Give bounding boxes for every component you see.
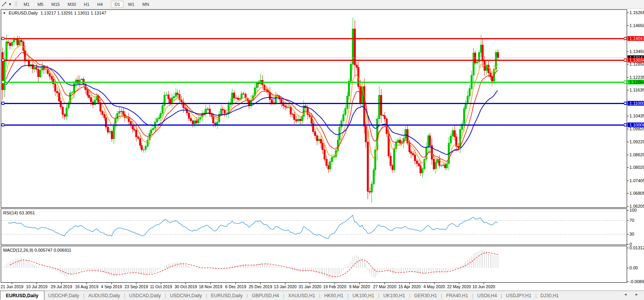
candle-body [87,90,88,95]
tab-usdchf-daily[interactable]: USDCHF,Daily [44,291,83,300]
price-tick-label: 1.08020 [629,165,644,170]
tab-usdjpy-h1[interactable]: USDJPY,H1 [502,291,535,300]
hline-drag-handle[interactable] [624,37,627,40]
price-tick-label: 1.10435 [629,113,644,118]
candle-body [428,136,429,148]
tab-usoil-h4[interactable]: USOil,H4 [473,291,501,300]
date-tick-label: 31 Jan 2020 [299,284,322,289]
macd-panel[interactable] [1,246,627,283]
date-tick-label: 29 Jul 2019 [51,284,72,289]
candle-body [497,52,499,58]
tab-uk100-h1[interactable]: UK100,H1 [349,291,378,300]
candle-body [482,45,484,61]
candle-body [83,79,85,84]
date-tick-label: 13 Jan 2020 [274,284,297,289]
tabs-scroll-left-icon[interactable]: ◂ [624,292,631,296]
candle-body [79,80,81,84]
candle-body [465,104,467,109]
candle-body [64,115,66,117]
hline-drag-handle[interactable] [2,37,4,40]
candle-body [401,143,403,144]
price-tick-label: 1.06805 [629,191,644,196]
candle-body [102,112,103,115]
candle-body [316,136,318,141]
candle-body [298,119,299,121]
hline-price-text: 1.14047 [629,36,644,41]
tab-gbpusd-h4[interactable]: GBPUSD,H4 [248,291,283,300]
candle-body [188,113,190,119]
hline-drag-handle[interactable] [2,102,4,104]
candle-body [373,170,375,184]
hline-drag-handle[interactable] [2,124,4,126]
tab-audusd-daily[interactable]: AUDUSD,Daily [85,291,124,300]
candle-body [285,106,286,107]
candle-body [239,99,241,100]
candle-body [454,130,456,137]
main-chart-panel[interactable] [1,10,627,208]
candle-body [452,130,454,136]
rsi-panel[interactable] [1,209,627,245]
tab-usdcad-daily[interactable]: USDCAD,Daily [125,291,165,300]
candle-body [88,95,90,97]
candle-body [134,129,135,130]
candle-body [446,163,448,168]
candle-body [221,109,222,114]
tab-usdcnh-daily[interactable]: USDCNH,Daily [166,291,206,300]
hline-drag-handle[interactable] [624,59,627,61]
candle-body [341,121,342,127]
candle-body [333,157,335,157]
candle-body [190,119,192,121]
hline-drag-handle[interactable] [624,81,627,83]
candle-body [19,40,20,45]
candle-body [480,45,482,52]
hline-drag-handle[interactable] [624,102,627,104]
candle-body [441,165,442,166]
date-tick-label: 4 Sep 2019 [101,284,122,289]
collapse-arrow-icon[interactable]: ▼ [3,11,6,15]
tab-ger30-h1[interactable]: GER30,H1 [410,291,441,300]
candle-body [169,99,171,103]
hline-drag-handle[interactable] [624,124,627,126]
price-tick-label: 1.09820 [629,126,644,131]
tab-fra40-h1[interactable]: FRA40,H1 [442,291,472,300]
tab-hk50-h1[interactable]: HK50,H1 [320,291,348,300]
tabs-scroll-right-icon[interactable]: ▸ [635,292,642,296]
price-tick-label: 1.14650 [629,23,644,28]
candle-body [17,40,18,45]
candle-body [469,89,471,96]
rsi-indicator-label: RSI(14) 63.3051 [3,210,35,215]
hline-drag-handle[interactable] [2,59,4,61]
candle-body [405,129,407,138]
tab-eurusd-daily[interactable]: EURUSD,Daily [207,291,247,300]
candle-body [24,50,26,61]
candle-body [204,113,205,113]
candle-body [464,108,465,124]
tab-xauusd-h1[interactable]: XAUUSD,H1 [284,291,319,300]
time-axis: 21 Jun 201910 Jul 201929 Jul 201916 Aug … [1,283,495,289]
candle-body [383,115,384,116]
tab-dj30-h1[interactable]: DJ30,H1 [537,291,563,300]
date-tick-label: 30 Oct 2019 [175,284,197,289]
candle-body [326,159,328,166]
date-tick-label: 23 Sep 2019 [125,284,148,289]
candle-body [55,84,56,91]
candle-body [40,70,41,77]
date-tick-label: 27 Mar 2020 [373,284,396,289]
rsi-tick-label: 30 [629,232,634,236]
candle-body [72,93,73,93]
candle-body [352,29,354,64]
candle-body [477,62,478,63]
tab-eurusd-daily[interactable]: EURUSD,Daily [0,291,44,300]
candle-body [36,67,37,69]
candle-body [315,132,316,136]
candle-body [241,93,243,99]
candle-body [390,156,392,166]
hline-drag-handle[interactable] [2,81,4,83]
candle-body [194,121,196,124]
tab-uk100-h1[interactable]: UK100,H1 [379,291,409,300]
candle-body [328,165,329,169]
macd-tick-label: 0.013121 [629,245,644,250]
date-tick-label: 4 May 2020 [423,284,445,289]
rsi-axis: 10070300 [627,208,637,247]
candle-body [412,154,414,155]
